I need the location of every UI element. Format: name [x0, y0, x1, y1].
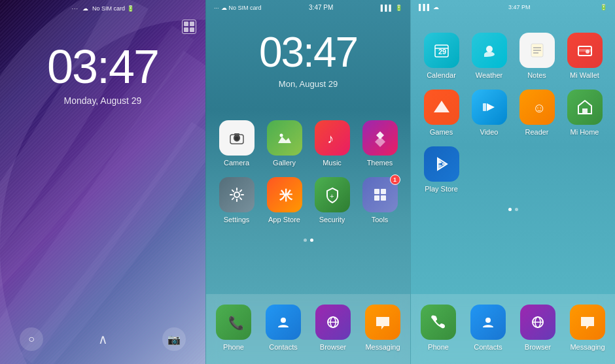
dock-contacts[interactable]: Contacts: [258, 299, 308, 356]
notes-app-label: Notes: [527, 71, 546, 79]
app-camera[interactable]: Camera: [213, 115, 260, 172]
svg-text:29: 29: [438, 48, 446, 56]
app-gallery[interactable]: Gallery: [260, 115, 308, 172]
apps-dot-1: [508, 208, 512, 211]
home-battery-icon: 🔋: [395, 5, 402, 11]
weather-app-icon: [472, 33, 507, 68]
mihome-app-label: Mi Home: [570, 128, 599, 136]
page-dot-2: [310, 239, 313, 242]
svg-point-29: [586, 50, 589, 54]
svg-text:☺: ☺: [533, 101, 546, 115]
camera-app-label: Camera: [224, 159, 249, 167]
home-wifi-icon: ☁: [221, 5, 227, 11]
svg-rect-11: [381, 189, 386, 194]
svg-point-15: [281, 318, 286, 323]
app-music[interactable]: ♪ Music: [308, 115, 356, 172]
lock-wifi-icon: ☁: [82, 5, 88, 12]
svg-rect-3: [234, 133, 239, 135]
miwallet-app-label: Mi Wallet: [570, 71, 599, 79]
dock-messaging-label: Messaging: [365, 343, 400, 351]
home-date: Mon, August 29: [206, 79, 410, 89]
dock-browser-icon: [315, 305, 351, 340]
security-app-label: Security: [319, 216, 345, 223]
apps-page-dots: [411, 208, 615, 211]
tools-app-icon: 1: [362, 177, 398, 212]
lock-screen: ··· ☁ No SIM card 🔋 03:47 Monday, August…: [0, 0, 205, 364]
dock2-messaging[interactable]: Messaging: [563, 299, 612, 356]
lock-clock: 03:47: [0, 43, 205, 90]
home-status-left: ··· ☁ No SIM card: [214, 5, 262, 11]
home-dock: 📞 Phone Contacts Browser Messaging: [206, 294, 410, 364]
home-time-display: 03:47 Mon, August 29: [206, 28, 410, 89]
video-app-label: Video: [480, 128, 499, 136]
app-tools[interactable]: 1 Tools: [356, 172, 404, 229]
svg-marker-4: [278, 137, 291, 143]
dock2-browser[interactable]: Browser: [513, 299, 563, 356]
lock-date: Monday, August 29: [0, 95, 205, 106]
dock2-contacts-icon: [470, 305, 506, 340]
home-app-grid: Camera Gallery ♪ Music Themes: [206, 89, 410, 235]
dock2-phone-icon: [421, 305, 456, 340]
svg-text:米: 米: [279, 188, 293, 203]
apps-grid: 29 Calendar Weather Notes Mi Wallet: [411, 14, 615, 205]
dock-browser[interactable]: Browser: [308, 299, 358, 356]
music-app-label: Music: [323, 159, 342, 167]
home-status-right: ▌▌▌ 🔋: [381, 5, 402, 11]
svg-rect-35: [582, 108, 588, 114]
lock-grid-button[interactable]: [182, 20, 196, 34]
home-page-dots: [206, 239, 410, 242]
app-video[interactable]: Video: [465, 84, 513, 141]
playstore-app-icon: [424, 146, 459, 182]
svg-marker-31: [487, 103, 495, 111]
apps-signal: ▌▌▌ ☁: [419, 4, 439, 10]
home-clock: 3:47 PM: [309, 4, 333, 11]
app-mihome[interactable]: Mi Home: [561, 84, 608, 141]
svg-point-7: [234, 192, 239, 197]
video-app-icon: [472, 90, 507, 125]
themes-app-icon: [362, 120, 398, 156]
app-games[interactable]: Games: [417, 84, 465, 141]
dock2-phone-label: Phone: [428, 343, 449, 351]
app-playstore[interactable]: Play Store: [417, 141, 465, 198]
home-status-bar: ··· ☁ No SIM card 3:47 PM ▌▌▌ 🔋: [206, 0, 410, 15]
flashlight-button[interactable]: ○: [20, 327, 43, 351]
app-notes[interactable]: Notes: [513, 27, 561, 84]
app-themes[interactable]: Themes: [356, 115, 404, 172]
svg-rect-12: [374, 195, 379, 201]
svg-rect-10: [374, 189, 379, 194]
svg-rect-13: [381, 195, 386, 201]
home-signal-icon: ···: [214, 5, 219, 11]
svg-rect-28: [578, 49, 591, 52]
dock-browser-label: Browser: [320, 343, 346, 351]
dock2-messaging-label: Messaging: [570, 343, 605, 351]
dock-phone-icon: 📞: [216, 305, 251, 340]
app-appstore[interactable]: 米 App Store: [260, 172, 308, 229]
tools-app-label: Tools: [372, 216, 389, 223]
dock2-contacts-label: Contacts: [474, 343, 502, 351]
unlock-swipe[interactable]: ∧: [98, 331, 108, 347]
calendar-app-icon: 29: [424, 33, 459, 68]
dock2-browser-label: Browser: [525, 343, 551, 351]
svg-point-40: [485, 318, 491, 323]
page-dot-1: [304, 239, 307, 242]
settings-app-label: Settings: [224, 216, 250, 223]
dock2-phone[interactable]: Phone: [413, 299, 463, 356]
dock2-contacts[interactable]: Contacts: [463, 299, 513, 356]
appstore-app-icon: 米: [267, 177, 302, 212]
app-security[interactable]: + Security: [308, 172, 356, 229]
notes-app-icon: [519, 33, 555, 68]
dock-messaging[interactable]: Messaging: [358, 299, 408, 356]
svg-marker-30: [434, 101, 449, 112]
apps-battery: 🔋: [600, 4, 607, 10]
app-reader[interactable]: ☺ Reader: [513, 84, 561, 141]
app-calendar[interactable]: 29 Calendar: [417, 27, 465, 84]
app-miwallet[interactable]: Mi Wallet: [561, 27, 608, 84]
dock-phone[interactable]: 📞 Phone: [209, 299, 258, 356]
apps-dot-2: [515, 208, 518, 211]
apps-screen: ▌▌▌ ☁ 3:47 PM 🔋 29 Calendar Weather Note…: [410, 0, 615, 364]
app-settings[interactable]: Settings: [213, 172, 260, 229]
camera-shortcut-button[interactable]: 📷: [162, 327, 186, 351]
reader-app-icon: ☺: [519, 90, 555, 125]
reader-app-label: Reader: [525, 128, 548, 136]
app-weather[interactable]: Weather: [465, 27, 513, 84]
